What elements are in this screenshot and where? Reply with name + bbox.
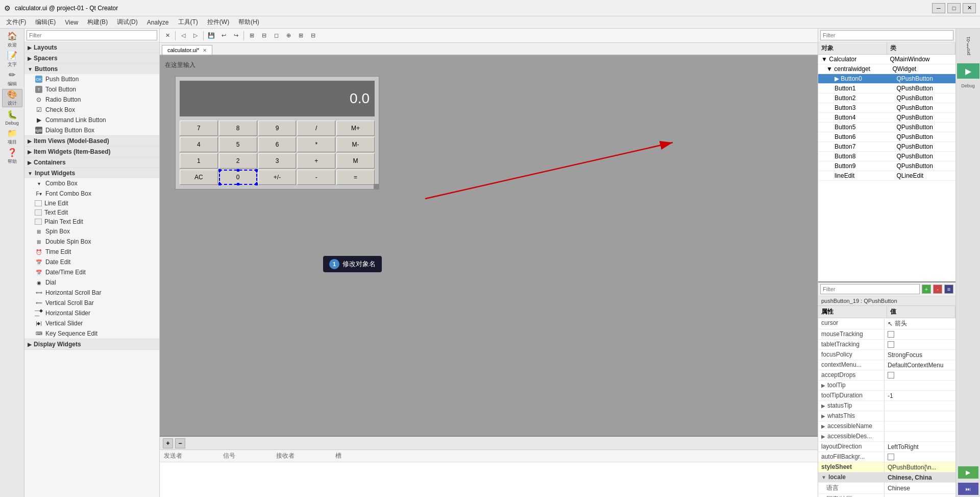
tree-row-button9[interactable]: Button9 QPushButton bbox=[818, 161, 955, 171]
sidebar-item-design[interactable]: 🎨 设计 bbox=[2, 89, 22, 107]
sidebar-item-debug[interactable]: 🐛 Debug bbox=[2, 108, 22, 127]
prop-config-button[interactable]: ≡ bbox=[944, 285, 953, 294]
maximize-button[interactable]: □ bbox=[947, 3, 961, 13]
expand-icon[interactable]: ▶ bbox=[821, 434, 825, 439]
menu-view[interactable]: View bbox=[61, 18, 82, 27]
tree-row-button7[interactable]: Button7 QPushButton bbox=[818, 142, 955, 152]
expand-icon[interactable]: ▶ bbox=[821, 383, 825, 388]
minimize-button[interactable]: ─ bbox=[932, 3, 945, 13]
prop-filter-input[interactable] bbox=[820, 284, 920, 294]
menu-analyze[interactable]: Analyze bbox=[143, 18, 173, 27]
tree-row-calculator[interactable]: ▼ Calculator QMainWindow bbox=[818, 55, 955, 64]
resize-handle[interactable] bbox=[374, 184, 379, 189]
auto-fill-checkbox[interactable] bbox=[888, 454, 894, 460]
calc-btn-equals[interactable]: = bbox=[336, 170, 375, 185]
menu-tools[interactable]: 工具(T) bbox=[174, 17, 202, 28]
menu-debug[interactable]: 调试(D) bbox=[113, 17, 142, 28]
prop-row-accessible-des[interactable]: ▶accessibleDes... bbox=[818, 432, 955, 442]
prop-row-country[interactable]: 国家/地区 China bbox=[818, 494, 955, 497]
sidebar-item-welcome[interactable]: 🏠 欢迎 bbox=[2, 31, 22, 49]
expand-icon[interactable]: ▶ bbox=[821, 413, 825, 419]
tree-row-button3[interactable]: Button3 QPushButton bbox=[818, 103, 955, 113]
widget-item-time-edit[interactable]: ⏰ Time Edit bbox=[24, 247, 159, 257]
object-filter-input[interactable] bbox=[820, 30, 953, 40]
undo-button[interactable]: ↩ bbox=[218, 30, 229, 41]
widget-item-command-link[interactable]: ▶ Command Link Button bbox=[24, 115, 159, 125]
widget-item-font-combo-box[interactable]: F▾ Font Combo Box bbox=[24, 188, 159, 199]
prop-row-locale[interactable]: ▼locale Chinese, China bbox=[818, 472, 955, 483]
calc-btn-4[interactable]: 4 bbox=[180, 137, 218, 152]
category-item-widgets-header[interactable]: ▶ Item Widgets (Item-Based) bbox=[24, 147, 159, 157]
tablet-tracking-checkbox[interactable] bbox=[888, 341, 894, 348]
tree-row-button5[interactable]: Button5 QPushButton bbox=[818, 123, 955, 132]
calc-btn-2[interactable]: 2 bbox=[219, 153, 257, 169]
run-button[interactable]: ▶ bbox=[958, 466, 978, 479]
widget-item-key-seq[interactable]: ⌨ Key Sequence Edit bbox=[24, 328, 159, 339]
widget-item-line-edit[interactable]: Line Edit bbox=[24, 199, 159, 208]
grid-button[interactable]: ⊕ bbox=[283, 30, 294, 41]
prop-row-context-menu[interactable]: contextMenu... DefaultContextMenu bbox=[818, 360, 955, 370]
menu-help[interactable]: 帮助(H) bbox=[234, 17, 263, 28]
prop-row-tooltip-duration[interactable]: toolTipDuration -1 bbox=[818, 391, 955, 401]
redo-button[interactable]: ↪ bbox=[230, 30, 241, 41]
sidebar-item-edit[interactable]: ✏ 编辑 bbox=[2, 69, 22, 88]
widget-filter-input[interactable] bbox=[27, 30, 157, 40]
prop-row-whats-this[interactable]: ▶whatsThis bbox=[818, 411, 955, 421]
menu-file[interactable]: 文件(F) bbox=[2, 17, 30, 28]
menu-edit[interactable]: 编辑(E) bbox=[31, 17, 60, 28]
calc-btn-6[interactable]: 6 bbox=[258, 137, 297, 152]
widget-item-v-slider[interactable]: |◆| Vertical Slider bbox=[24, 318, 159, 328]
tab-close-icon[interactable]: ✕ bbox=[203, 48, 207, 53]
calc-btn-minus[interactable]: - bbox=[297, 170, 335, 185]
widget-item-date-edit[interactable]: 📅 Date Edit bbox=[24, 257, 159, 267]
calc-btn-0[interactable]: 0 bbox=[219, 170, 257, 185]
accept-drops-checkbox[interactable] bbox=[888, 372, 894, 378]
calc-btn-mminus[interactable]: M- bbox=[336, 137, 375, 152]
menu-controls[interactable]: 控件(W) bbox=[203, 17, 233, 28]
tree-row-button6[interactable]: Button6 QPushButton bbox=[818, 132, 955, 142]
close-tab-button[interactable]: ✕ bbox=[162, 30, 173, 41]
prop-row-focus-policy[interactable]: focusPolicy StrongFocus bbox=[818, 350, 955, 360]
widget-item-h-scroll[interactable]: ⟺ Horizontal Scroll Bar bbox=[24, 288, 159, 298]
calc-btn-m[interactable]: M bbox=[336, 153, 375, 169]
align-left-button[interactable]: ⊞ bbox=[246, 30, 257, 41]
prop-row-tooltip[interactable]: ▶toolTip bbox=[818, 381, 955, 391]
align-right-button[interactable]: ⊟ bbox=[258, 30, 270, 41]
widget-item-tool-button[interactable]: T Tool Button bbox=[24, 84, 159, 94]
widget-item-h-slider[interactable]: —◆— Horizontal Slider bbox=[24, 308, 159, 318]
tab-calculator-ui[interactable]: calculator.ui* ✕ bbox=[162, 45, 212, 55]
calc-btn-mplus[interactable]: M+ bbox=[336, 121, 375, 136]
widget-item-dial[interactable]: ◉ Dial bbox=[24, 277, 159, 288]
sidebar-item-help[interactable]: ❓ 帮助 bbox=[2, 147, 22, 165]
category-containers-header[interactable]: ▶ Containers bbox=[24, 157, 159, 168]
widget-item-plain-text-edit[interactable]: Plain Text Edit bbox=[24, 217, 159, 226]
step-button[interactable]: ⏭ bbox=[958, 483, 978, 495]
widget-item-text-edit[interactable]: Text Edit bbox=[24, 208, 159, 217]
close-button[interactable]: ✕ bbox=[963, 3, 976, 13]
sidebar-item-project[interactable]: 📁 项目 bbox=[2, 128, 22, 146]
menu-build[interactable]: 构建(B) bbox=[83, 17, 112, 28]
tree-row-centralwidget[interactable]: ▼ centralwidget QWidget bbox=[818, 64, 955, 74]
calc-btn-ac[interactable]: AC bbox=[180, 170, 218, 185]
prop-row-accept-drops[interactable]: acceptDrops bbox=[818, 370, 955, 381]
prop-row-stylesheet[interactable]: styleSheet QPushButton{\n... bbox=[818, 462, 955, 472]
calc-btn-9[interactable]: 9 bbox=[258, 121, 297, 136]
category-item-views-header[interactable]: ▶ Item Views (Model-Based) bbox=[24, 136, 159, 146]
prop-row-cursor[interactable]: cursor ↖ 箭头 bbox=[818, 318, 955, 329]
expand-icon[interactable]: ▼ bbox=[821, 475, 826, 480]
prop-row-mouse-tracking[interactable]: mouseTracking bbox=[818, 329, 955, 340]
expand-button[interactable]: ⊞ bbox=[295, 30, 306, 41]
widget-item-v-scroll[interactable]: ⟸ Vertical Scroll Bar bbox=[24, 298, 159, 308]
category-layouts-header[interactable]: ▶ Layouts bbox=[24, 42, 159, 53]
widget-item-double-spin-box[interactable]: ⊞ Double Spin Box bbox=[24, 236, 159, 247]
expand-icon[interactable]: ▶ bbox=[821, 423, 825, 429]
remove-connection-button[interactable]: − bbox=[175, 438, 185, 448]
debug-run-button[interactable]: ▶ bbox=[957, 63, 979, 79]
calc-btn-plus[interactable]: + bbox=[297, 153, 335, 169]
widget-item-push-button[interactable]: OK Push Button bbox=[24, 74, 159, 84]
calc-btn-3[interactable]: 3 bbox=[258, 153, 297, 169]
category-display-header[interactable]: ▶ Display Widgets bbox=[24, 339, 159, 349]
tree-row-lineedit[interactable]: lineEdit QLineEdit bbox=[818, 171, 955, 181]
calc-btn-5[interactable]: 5 bbox=[219, 137, 257, 152]
prop-row-tablet-tracking[interactable]: tabletTracking bbox=[818, 340, 955, 350]
